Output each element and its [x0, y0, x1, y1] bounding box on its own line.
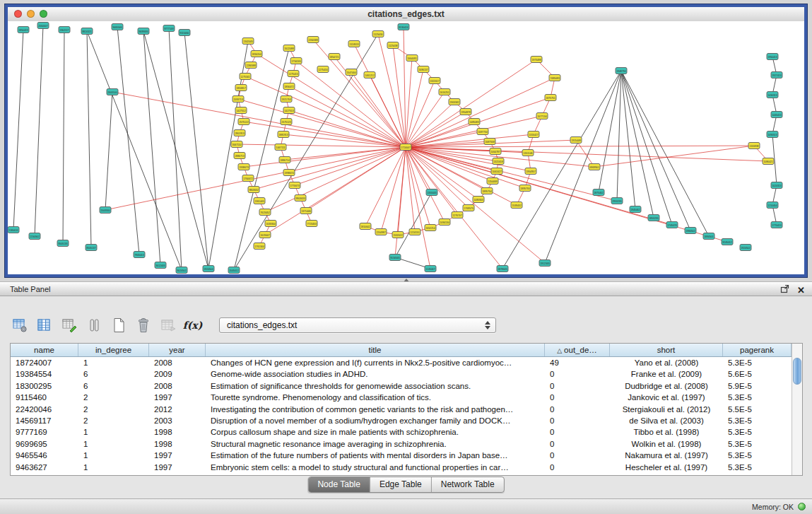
graph-node[interactable]: 2150562 [29, 233, 40, 240]
graph-node[interactable]: 8505137 [86, 245, 97, 251]
graph-node[interactable]: 1850419 [18, 27, 29, 33]
graph-node[interactable]: 1275341 [240, 74, 251, 80]
graph-node[interactable]: 1745678 [666, 222, 678, 228]
graph-node[interactable]: 1245067 [425, 266, 436, 272]
rows-icon[interactable] [84, 316, 103, 335]
graph-node[interactable]: 1532022 [392, 232, 404, 238]
graph-node[interactable]: 1434313 [767, 92, 778, 98]
graph-node[interactable]: 1902117 [59, 27, 70, 33]
column-header-out_de[interactable]: △out_de… [545, 344, 610, 356]
graph-node[interactable]: 9903633 [295, 195, 306, 201]
graph-node[interactable]: 7623452 [259, 209, 271, 216]
show-columns-icon[interactable] [35, 316, 54, 335]
network-canvas[interactable]: 1850419206400719021178824321946554696996… [8, 21, 804, 274]
column-header-year[interactable]: year [149, 344, 206, 356]
graph-node[interactable]: 1322017 [429, 78, 440, 84]
graph-node[interactable]: 1973498 [531, 57, 542, 63]
delete-table-icon[interactable] [134, 316, 153, 335]
table-row[interactable]: 946362711997Embryonic stem cells: a mode… [11, 462, 792, 473]
graph-node[interactable]: 1950413 [767, 54, 778, 60]
graph-node[interactable]: 1924504 [203, 266, 214, 272]
graph-node[interactable]: 3067110 [231, 141, 242, 148]
graph-node[interactable]: 1921753 [281, 96, 292, 103]
table-row[interactable]: 977716911998Corpus callosum shape and si… [11, 426, 792, 438]
graph-node[interactable]: 1125430 [372, 31, 384, 37]
tab-edge-table[interactable]: Edge Table [370, 477, 432, 492]
graph-node[interactable]: 2045012 [228, 267, 240, 274]
graph-node[interactable]: 1927413 [771, 72, 782, 78]
graph-node[interactable]: 1769575 [463, 205, 474, 211]
graph-node[interactable]: 1895755 [519, 185, 531, 192]
graph-node[interactable]: 2575123 [281, 119, 292, 125]
graph-node[interactable]: 8130424 [398, 24, 409, 30]
graph-node[interactable]: 2204987 [375, 229, 387, 235]
graph-node[interactable]: 8824321 [81, 28, 93, 35]
graph-node[interactable]: 1760672 [242, 175, 254, 182]
graph-node[interactable]: 1875751 [545, 95, 556, 101]
table-scrollbar-thumb[interactable] [793, 358, 801, 385]
network-view-window[interactable]: citations_edges.txt 18504192064007190211… [5, 4, 807, 277]
graph-node[interactable]: 9699695 [138, 28, 149, 35]
graph-node[interactable]: 9803632 [248, 187, 259, 193]
graph-node[interactable]: 1905582 [449, 99, 460, 105]
graph-node[interactable]: 1770673 [289, 182, 300, 189]
graph-node[interactable]: 2886713 [234, 153, 245, 159]
graph-node[interactable]: 1687558 [484, 139, 495, 145]
graph-node[interactable]: 1086421 [763, 158, 774, 165]
graph-node[interactable]: 3012405 [155, 262, 166, 269]
tab-node-table[interactable]: Node Table [308, 477, 370, 492]
graph-node[interactable]: 9245012 [722, 239, 733, 245]
graph-node[interactable]: 1547400 [346, 69, 357, 76]
edit-table-icon[interactable] [59, 316, 78, 335]
table-row[interactable]: 1456911722003Disruption of a novel membe… [11, 415, 792, 426]
graph-node[interactable]: 1894501 [703, 233, 714, 240]
graph-node[interactable]: 1155938 [748, 143, 760, 149]
graph-node[interactable]: 1619447 [259, 232, 271, 238]
graph-node[interactable]: 1834204 [251, 51, 262, 57]
graph-node[interactable]: 1984502 [685, 228, 696, 234]
network-window-titlebar[interactable]: citations_edges.txt [8, 7, 804, 22]
graph-node[interactable]: 7723453 [306, 221, 317, 227]
graph-node[interactable]: 1875462 [593, 189, 604, 196]
graph-node[interactable]: 9505135 [57, 240, 69, 247]
graph-node[interactable]: 1361445 [254, 198, 265, 204]
graph-node[interactable]: 9134545 [389, 255, 401, 261]
graph-node[interactable]: 1696137 [418, 66, 429, 73]
graph-node[interactable]: 1224151 [409, 229, 420, 235]
column-header-in_degree[interactable]: in_degree [78, 344, 149, 356]
graph-node[interactable]: 1915448 [570, 137, 582, 144]
graph-node[interactable]: 2280588 [245, 62, 257, 69]
graph-node[interactable]: 1912345 [539, 260, 551, 267]
graph-node[interactable]: 1461212 [364, 72, 375, 78]
graph-node[interactable]: 1924502 [740, 245, 751, 251]
graph-node[interactable]: 1539432 [511, 202, 522, 209]
import-table-icon[interactable] [158, 316, 177, 335]
graph-node[interactable]: 2801913 [234, 130, 245, 136]
graph-node[interactable]: 1881913 [278, 132, 289, 138]
graph-node[interactable]: 1061627 [491, 168, 502, 175]
graph-node[interactable]: 1954957 [525, 168, 536, 175]
graph-node[interactable]: 1085905 [473, 197, 484, 203]
graph-node[interactable]: 1024313 [771, 182, 782, 189]
float-panel-icon[interactable] [780, 284, 789, 296]
table-scrollbar[interactable] [792, 344, 802, 475]
tab-network-table[interactable]: Network Table [432, 477, 504, 492]
graph-node[interactable]: 1445413 [771, 112, 782, 118]
graph-node[interactable]: 1854721 [329, 54, 340, 60]
table-row[interactable]: 969969511998Structural magnetic resonanc… [11, 438, 792, 450]
graph-node[interactable]: 1371446 [300, 208, 312, 214]
graph-node[interactable]: 9024502 [176, 267, 187, 274]
table-row[interactable]: 1830029562008Estimation of significance … [11, 380, 792, 392]
graph-node[interactable]: 1810642 [360, 223, 371, 230]
graph-node[interactable]: 1697734 [477, 129, 488, 135]
table-row[interactable]: 911546021997Tourette syndrome. Phenomeno… [11, 392, 792, 403]
graph-node[interactable]: 1853817 [235, 85, 247, 91]
graph-node[interactable]: 1125438 [387, 42, 399, 49]
table-row[interactable]: 1872400712008Changes of HCN gene express… [11, 357, 792, 368]
graph-node[interactable]: 1067111 [275, 144, 286, 151]
column-header-pagerank[interactable]: pagerank [723, 344, 792, 356]
graph-node[interactable]: 9115460 [179, 30, 190, 36]
graph-node[interactable]: 1724047 [400, 144, 411, 151]
graph-node[interactable]: 1938673 [238, 164, 249, 170]
graph-node[interactable]: 1856472 [283, 83, 295, 90]
